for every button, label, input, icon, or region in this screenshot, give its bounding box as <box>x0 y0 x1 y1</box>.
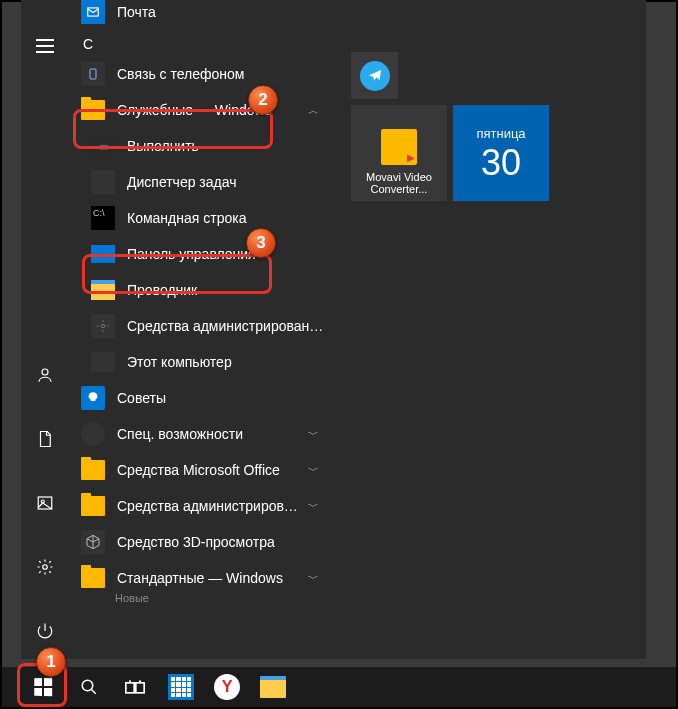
app-label: Средства администрирования Wi... <box>127 318 327 334</box>
app-task-manager[interactable]: Диспетчер задач <box>69 164 327 200</box>
folder-icon <box>81 100 105 120</box>
folder-accessories[interactable]: Стандартные — Windows ﹀ <box>69 560 327 596</box>
app-label: Средство 3D-просмотра <box>117 534 327 550</box>
badge-2: 2 <box>248 85 278 115</box>
app-control-panel[interactable]: Панель управления <box>69 236 327 272</box>
app-label: Диспетчер задач <box>127 174 327 190</box>
taskbar: Y <box>2 667 676 707</box>
chevron-up-icon: ︿ <box>299 103 327 118</box>
svg-point-6 <box>101 324 105 328</box>
ease-icon <box>81 422 105 446</box>
picture-icon <box>36 494 54 512</box>
document-icon <box>36 430 54 448</box>
app-label: Выполнить <box>127 138 327 154</box>
app-list: Почта С Связь с телефоном Служебные — Wi… <box>69 0 327 659</box>
app-label: Средства Microsoft Office <box>117 462 299 478</box>
app-phone-link[interactable]: Связь с телефоном <box>69 56 327 92</box>
taskview-icon <box>125 679 145 695</box>
folder-ease-of-access[interactable]: Спец. возможности ﹀ <box>69 416 327 452</box>
run-icon: ▭ <box>91 134 115 158</box>
app-label: Спец. возможности <box>117 426 299 442</box>
chevron-down-icon: ﹀ <box>299 463 327 478</box>
tile-calendar[interactable]: пятница 30 <box>453 105 549 201</box>
folder-icon <box>81 460 105 480</box>
mail-icon <box>81 0 105 24</box>
tb-yandex[interactable]: Y <box>204 667 250 707</box>
tb-calendar[interactable] <box>158 667 204 707</box>
app-label: Советы <box>117 390 327 406</box>
app-3d-viewer[interactable]: Средство 3D-просмотра <box>69 524 327 560</box>
app-run[interactable]: ▭ Выполнить <box>69 128 327 164</box>
letter-header[interactable]: С <box>69 30 327 56</box>
tile-label: Movavi Video Converter... <box>357 171 441 195</box>
app-label: Проводник <box>127 282 327 298</box>
folder-ms-office[interactable]: Средства Microsoft Office ﹀ <box>69 452 327 488</box>
app-label: Этот компьютер <box>127 354 327 370</box>
app-label: Связь с телефоном <box>117 66 327 82</box>
app-admin-tools[interactable]: Средства администрирования Wi... <box>69 308 327 344</box>
badge-1: 1 <box>36 647 66 677</box>
cube-icon <box>81 530 105 554</box>
new-label: Новые <box>69 592 327 604</box>
app-explorer[interactable]: Проводник <box>69 272 327 308</box>
tb-explorer[interactable] <box>250 667 296 707</box>
badge-3: 3 <box>246 228 276 258</box>
svg-point-3 <box>43 565 48 570</box>
app-label: Почта <box>117 4 327 20</box>
start-menu: Почта С Связь с телефоном Служебные — Wi… <box>21 0 646 659</box>
user-icon <box>36 366 54 384</box>
folder-icon <box>260 676 286 698</box>
app-tips[interactable]: Советы <box>69 380 327 416</box>
app-label: Панель управления <box>127 246 327 262</box>
windows-icon <box>34 678 52 696</box>
app-label: Стандартные — Windows <box>117 570 299 586</box>
pictures-button[interactable] <box>25 483 65 523</box>
cmd-icon: C:\ <box>91 206 115 230</box>
admin-icon <box>91 314 115 338</box>
hamburger-icon <box>36 39 54 53</box>
yandex-icon: Y <box>214 674 240 700</box>
gear-icon <box>36 558 54 576</box>
pc-icon <box>91 352 115 372</box>
explorer-icon <box>91 280 115 300</box>
start-rail <box>21 0 69 659</box>
svg-rect-8 <box>126 683 134 693</box>
chevron-down-icon: ﹀ <box>299 427 327 442</box>
app-cmd[interactable]: C:\ Командная строка <box>69 200 327 236</box>
taskmgr-icon <box>91 170 115 194</box>
calendar-date: 30 <box>481 145 521 181</box>
tiles-area: Movavi Video Converter... пятница 30 <box>327 0 646 659</box>
movavi-icon <box>381 129 417 165</box>
control-panel-icon <box>91 245 115 263</box>
app-mail[interactable]: Почта <box>69 0 327 30</box>
folder-admin-tools[interactable]: Средства администрирования... ﹀ <box>69 488 327 524</box>
taskview-button[interactable] <box>112 667 158 707</box>
search-button[interactable] <box>66 667 112 707</box>
app-this-pc[interactable]: Этот компьютер <box>69 344 327 380</box>
chevron-down-icon: ﹀ <box>299 571 327 586</box>
app-label: Средства администрирования... <box>117 498 299 514</box>
power-button[interactable] <box>25 611 65 651</box>
settings-button[interactable] <box>25 547 65 587</box>
tips-icon <box>81 386 105 410</box>
documents-button[interactable] <box>25 419 65 459</box>
app-label: Командная строка <box>127 210 327 226</box>
folder-icon <box>81 568 105 588</box>
svg-point-7 <box>82 680 93 691</box>
tile-movavi[interactable]: Movavi Video Converter... <box>351 105 447 201</box>
power-icon <box>36 622 54 640</box>
phone-icon <box>81 62 105 86</box>
tile-telegram[interactable] <box>351 52 398 99</box>
telegram-icon <box>360 61 390 91</box>
svg-rect-9 <box>136 683 144 693</box>
chevron-down-icon: ﹀ <box>299 499 327 514</box>
folder-icon <box>81 496 105 516</box>
account-button[interactable] <box>25 355 65 395</box>
folder-system-tools[interactable]: Служебные — Windows ︿ <box>69 92 327 128</box>
hamburger-button[interactable] <box>25 26 65 66</box>
search-icon <box>80 678 98 696</box>
svg-rect-5 <box>90 69 96 79</box>
calendar-icon <box>168 674 194 700</box>
svg-point-0 <box>42 369 48 375</box>
calendar-day: пятница <box>476 126 525 141</box>
